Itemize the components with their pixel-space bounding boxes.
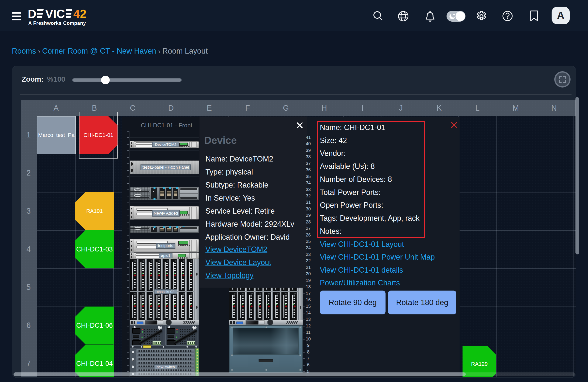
svg-text:VIC: VIC xyxy=(45,8,65,20)
svg-text:D: D xyxy=(28,8,36,20)
svg-text:4: 4 xyxy=(73,8,80,20)
svg-text:2: 2 xyxy=(80,8,87,20)
